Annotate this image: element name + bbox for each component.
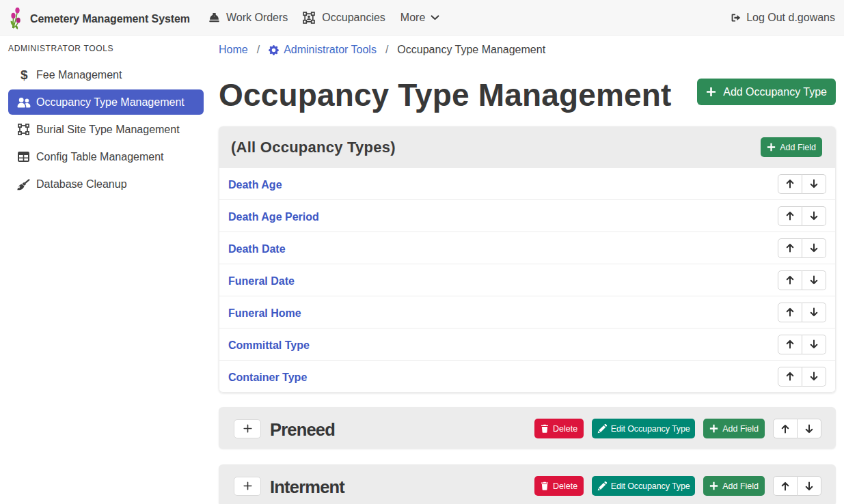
- svg-text:$: $: [21, 68, 28, 81]
